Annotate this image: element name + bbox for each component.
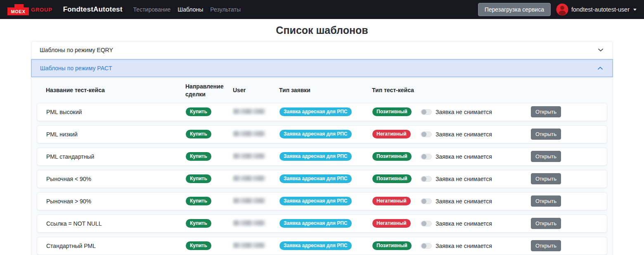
chevron-down-icon	[597, 46, 604, 54]
testcase-type-badge: Позитивный	[372, 107, 412, 116]
nav-item-templates[interactable]: Шаблоны	[178, 6, 203, 13]
toggle-knob	[421, 243, 426, 248]
testcase-name: Рыночная > 90%	[46, 198, 186, 205]
caret-down-icon	[633, 9, 637, 11]
direction-badge: Купить	[186, 219, 211, 228]
order-type-badge: Заявка адресная для РПС	[279, 241, 352, 250]
toggle-label: Заявка не снимается	[436, 131, 492, 138]
toggle-label: Заявка не снимается	[436, 176, 492, 182]
chevron-up-icon	[597, 64, 604, 72]
order-not-cancelled-toggle[interactable]	[421, 243, 432, 249]
order-not-cancelled-toggle[interactable]	[421, 109, 432, 115]
accordion-eqry-label: Шаблоны по режиму EQRY	[40, 47, 113, 53]
testcase-type-badge: Позитивный	[372, 152, 412, 161]
order-not-cancelled-toggle[interactable]	[421, 154, 432, 160]
user-redacted-blur	[233, 220, 265, 226]
accordion-header-pact[interactable]: Шаблоны по режиму PACT	[31, 59, 613, 77]
order-type-badge: Заявка адресная для РПС	[279, 197, 352, 205]
templates-accordion: Шаблоны по режиму EQRY Шаблоны по режиму…	[31, 41, 613, 255]
toggle-label: Заявка не снимается	[436, 220, 492, 227]
toggle-label: Заявка не снимается	[436, 153, 492, 160]
open-button[interactable]: Открыть	[531, 240, 561, 251]
open-button[interactable]: Открыть	[531, 151, 561, 162]
user-menu[interactable]: fondtest-autotest-user	[556, 3, 637, 16]
toggle-knob	[421, 221, 426, 226]
accordion-header-eqry[interactable]: Шаблоны по режиму EQRY	[31, 41, 613, 59]
order-not-cancelled-toggle[interactable]	[421, 221, 432, 226]
open-button[interactable]: Открыть	[531, 129, 561, 140]
direction-badge: Купить	[186, 197, 211, 205]
open-button[interactable]: Открыть	[531, 195, 561, 207]
user-avatar-icon	[556, 3, 568, 16]
page-title: Список шаблонов	[0, 24, 644, 36]
main-nav: Тестирование Шаблоны Результаты	[133, 6, 241, 13]
table-row: PML стандартный Купить Заявка адресная д…	[37, 148, 607, 166]
moex-logo[interactable]: MOEX GROUP	[7, 4, 52, 15]
col-header-testcase-name: Название тест-кейса	[46, 86, 185, 94]
reload-service-button[interactable]: Перезагрузка сервиса	[478, 3, 551, 16]
order-not-cancelled-toggle[interactable]	[421, 131, 432, 137]
toggle-knob	[421, 176, 426, 181]
testcase-type-badge: Негативный	[372, 197, 411, 205]
table-row: Ссылка = NOT NULL Купить Заявка адресная…	[37, 214, 607, 233]
user-redacted-blur	[233, 243, 265, 248]
testcase-type-badge: Негативный	[372, 130, 411, 138]
toggle-knob	[421, 132, 426, 137]
testcase-type-badge: Позитивный	[372, 241, 412, 250]
direction-badge: Купить	[186, 241, 211, 250]
user-redacted-blur	[233, 176, 265, 181]
testcase-name: Стандартный PML	[46, 243, 186, 249]
navbar-right: Перезагрузка сервиса fondtest-autotest-u…	[478, 3, 637, 16]
nav-item-results[interactable]: Результаты	[210, 6, 241, 13]
col-header-testcase-type: Тип тест-кейса	[372, 86, 420, 94]
app-title: FondtestAutotest	[63, 5, 123, 14]
toggle-label: Заявка не снимается	[436, 198, 492, 205]
order-not-cancelled-toggle[interactable]	[421, 198, 432, 204]
moex-logo-text: MOEX	[7, 7, 29, 15]
user-redacted-blur	[233, 198, 265, 203]
order-type-badge: Заявка адресная для РПС	[279, 174, 352, 183]
order-not-cancelled-toggle[interactable]	[421, 176, 432, 182]
testcase-name: Ссылка = NOT NULL	[46, 220, 186, 227]
table-row: PML низкий Купить Заявка адресная для РП…	[37, 125, 607, 143]
toggle-label: Заявка не снимается	[436, 109, 492, 115]
table-row: Рыночная < 90% Купить Заявка адресная дл…	[37, 170, 607, 188]
user-redacted-blur	[233, 109, 265, 114]
templates-table-panel: Название тест-кейса Направление сделки U…	[31, 77, 613, 255]
testcase-name: PML низкий	[46, 131, 186, 138]
table-header-row: Название тест-кейса Направление сделки U…	[37, 77, 607, 103]
open-button[interactable]: Открыть	[531, 106, 561, 117]
toggle-knob	[421, 199, 426, 204]
user-redacted-blur	[233, 131, 265, 136]
toggle-knob	[421, 110, 426, 114]
navbar: MOEX GROUP FondtestAutotest Тестирование…	[0, 0, 644, 19]
testcase-name: PML высокий	[46, 109, 186, 115]
open-button[interactable]: Открыть	[531, 218, 561, 229]
testcase-type-badge: Позитивный	[372, 174, 412, 183]
direction-badge: Купить	[186, 174, 211, 183]
col-header-user: User	[233, 86, 279, 94]
col-header-order-type: Тип заявки	[279, 86, 372, 94]
toggle-knob	[421, 154, 426, 159]
main-content: Список шаблонов Шаблоны по режиму EQRY Ш…	[0, 24, 644, 255]
moex-group-text: GROUP	[31, 7, 52, 13]
col-header-direction: Направление сделки	[185, 83, 233, 98]
order-type-badge: Заявка адресная для РПС	[279, 107, 352, 116]
testcase-name: PML стандартный	[46, 153, 186, 160]
accordion-pact-label: Шаблоны по режиму PACT	[40, 65, 112, 71]
toggle-label: Заявка не снимается	[436, 243, 492, 249]
testcase-type-badge: Негативный	[372, 219, 411, 228]
user-name: fondtest-autotest-user	[571, 6, 630, 13]
order-type-badge: Заявка адресная для РПС	[279, 130, 352, 138]
direction-badge: Купить	[186, 152, 211, 161]
nav-item-testing[interactable]: Тестирование	[133, 6, 171, 13]
table-row: PML высокий Купить Заявка адресная для Р…	[37, 103, 607, 121]
order-type-badge: Заявка адресная для РПС	[279, 219, 352, 228]
direction-badge: Купить	[186, 107, 211, 116]
order-type-badge: Заявка адресная для РПС	[279, 152, 352, 161]
table-row: Рыночная > 90% Купить Заявка адресная дл…	[37, 192, 607, 210]
direction-badge: Купить	[186, 130, 211, 138]
table-row: Стандартный PML Купить Заявка адресная д…	[37, 237, 607, 255]
user-redacted-blur	[233, 153, 265, 159]
open-button[interactable]: Открыть	[531, 173, 561, 184]
